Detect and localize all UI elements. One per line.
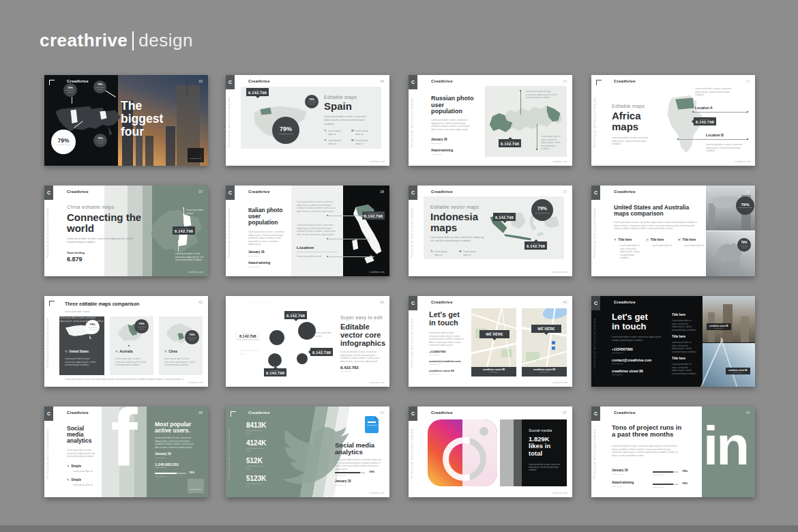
slide-34[interactable]: C Professional multipurpose template Cre… xyxy=(226,75,389,166)
footer-tag: creathrive.com xyxy=(188,148,204,162)
slide-44[interactable]: C Professional multipurpose template Cre… xyxy=(591,296,755,387)
building-spire xyxy=(186,75,188,95)
c-logo: C xyxy=(409,296,417,310)
document-icon: Social media xyxy=(365,416,379,433)
map-panel: Lorem ipsum dolor sit amet, consectetur … xyxy=(485,86,567,157)
slide-45[interactable]: f C Professional multipurpose template C… xyxy=(44,407,208,497)
progress-bar xyxy=(335,472,365,473)
body-text: Lorem ipsum dolor sit amet, consectetur … xyxy=(429,331,464,347)
slide-46[interactable]: Professional multipurpose template Creat… xyxy=(226,407,389,497)
slide-brand-header: Creathrive xyxy=(67,190,89,194)
slide-35[interactable]: C Professional multipurpose template Cre… xyxy=(409,75,572,166)
slide-title: Connecting the world xyxy=(67,212,142,234)
info-item-title: January 18 xyxy=(248,251,265,254)
progress-percent: 78% xyxy=(682,482,688,485)
stat-callout-value: 8.142.798 xyxy=(696,120,714,124)
content-panel: Editable vector maps Indonesia maps Lore… xyxy=(424,196,564,259)
slide-title: The biggest four xyxy=(121,100,183,138)
progress-fill xyxy=(155,473,177,474)
stat-circle-caption: Lorem ipsum dolor sit xyxy=(95,140,106,144)
node-circle xyxy=(269,330,284,345)
slide-33[interactable]: Creathrive 33 79% Lorem ipsum dolor sit … xyxy=(44,75,208,166)
slide-40[interactable]: C Professional multipurpose template Cre… xyxy=(591,186,755,276)
c-logo: C xyxy=(409,75,417,89)
stat-circle-caption: Lorem ipsum dolor sit xyxy=(65,89,76,93)
slide-title: Let's get in touch xyxy=(612,312,658,331)
divider-line xyxy=(297,252,338,252)
stat-circle: 79% Lorem ipsum dolor sit xyxy=(63,83,77,97)
map-pin-text: WE HERE xyxy=(482,333,507,337)
contact-email: contact@creathrive.com xyxy=(612,359,651,363)
stat-circle-value: 79% xyxy=(537,206,547,211)
stat-circle: 79% Lorem ipsum dolor sit xyxy=(737,238,751,252)
slide-brand-header: Creathrive xyxy=(67,411,89,415)
card-title: China xyxy=(168,351,177,354)
slide-37[interactable]: C Professional multipurpose template Cre… xyxy=(44,186,208,276)
slide-title: Three editable maps comparison xyxy=(65,301,139,307)
brand-logo-suffix: design xyxy=(138,30,193,51)
column-title: Title here xyxy=(672,314,685,317)
slide-brand-header: Creathrive xyxy=(431,411,453,415)
stat-callout-value: 8.142.798 xyxy=(364,214,383,218)
progress-fill xyxy=(335,472,360,473)
vertical-label: Professional multipurpose template xyxy=(411,428,413,479)
slide-36[interactable]: Professional multipurpose template Creat… xyxy=(591,75,755,166)
corner-mark-icon xyxy=(231,411,236,417)
annotation-dot xyxy=(747,138,748,140)
slide-43[interactable]: C Professional multipurpose template Cre… xyxy=(409,296,572,387)
column-text: Lorem ipsum dolor sit xyxy=(652,244,674,248)
stat-value: 4124K xyxy=(246,439,266,447)
page-number: 43 xyxy=(563,300,567,304)
map-caption-hint: Insert this here xyxy=(522,371,567,372)
pencil-icon: ✎ xyxy=(324,130,327,133)
feature-label: Lorem ipsum dolor sit xyxy=(463,250,481,256)
stat-circle: 79% Lorem ipsum dolor sit xyxy=(93,134,107,147)
slide-brand-header: Creathrive xyxy=(67,79,89,83)
feature-label: Lorem ipsum dolor sit xyxy=(434,250,452,256)
slide-39[interactable]: C Professional multipurpose template Cre… xyxy=(409,186,572,276)
contact-email: contact@creathrive.com xyxy=(429,360,461,363)
body-text: Lorem ipsum dolor sit amet, consectetur … xyxy=(67,237,139,245)
stat-callout-value: 8.142.798 xyxy=(248,91,267,95)
stat-value: 6.879 xyxy=(67,256,83,263)
slide-48[interactable]: C Professional multipurpose template Cre… xyxy=(591,407,755,497)
info-item-hint: Insert this here xyxy=(335,484,346,487)
pencil-icon: ✎ xyxy=(324,139,327,143)
slide-title: Social media analytics xyxy=(335,442,384,456)
slide-41[interactable]: Professional multipurpose template Three… xyxy=(44,296,208,387)
annotation-line xyxy=(679,139,748,140)
brand-logo: creathrive design xyxy=(40,30,193,51)
card-heading: ✎ China xyxy=(164,351,177,354)
slide-38[interactable]: C Professional multipurpose template Cre… xyxy=(226,186,389,276)
pencil-icon: ✎ xyxy=(67,479,70,482)
page-number: 40 xyxy=(745,190,750,194)
annotation-line xyxy=(537,124,537,150)
feature-item: ✉ Lorem ipsum dolor sit xyxy=(459,250,481,256)
progress-bar xyxy=(155,473,186,474)
brand-logo-divider xyxy=(132,31,134,50)
pencil-icon: ✎ xyxy=(164,351,167,354)
feature-label: Lorem ipsum dolor sit xyxy=(328,139,346,145)
stat-callout: Insert this here 8.142.798 xyxy=(173,226,195,235)
feature-label: Simple xyxy=(71,479,81,482)
card-title: United States xyxy=(69,351,89,354)
footer-url: creathrive.com xyxy=(552,160,567,163)
info-item-title: January 18 xyxy=(335,480,351,484)
stat-callout-value: 8.142.798 xyxy=(312,351,331,355)
stat-callout-light: Insert this here 8.142.798 xyxy=(237,331,258,339)
slide-47[interactable]: C Professional multipurpose template Cre… xyxy=(409,407,572,497)
panel-hint: Insert this here xyxy=(155,475,166,478)
annotation-text: Lorem ipsum dolor sit amet xyxy=(314,331,334,338)
footer-url: creathrive.com xyxy=(370,381,385,384)
facebook-f-logo: f xyxy=(100,407,148,497)
column-text: Lorem ipsum dolor sit amet, consectetur … xyxy=(672,319,696,331)
column-title: Title here xyxy=(650,239,664,242)
contact-phone: +1234567890 xyxy=(612,348,633,352)
clock-icon: ◷ xyxy=(646,239,649,242)
map-card-australia: 79% Lorem ipsum dolor sit ✎ Australia Lo… xyxy=(110,316,153,375)
stat-circle-caption: Lorem ipsum dolor sit xyxy=(136,326,147,330)
c-logo: C xyxy=(591,296,600,310)
stat-label: Team briefing xyxy=(67,252,85,254)
pencil-icon: ✎ xyxy=(67,465,70,469)
slide-42[interactable]: Professional multipurpose template Creat… xyxy=(226,296,389,387)
